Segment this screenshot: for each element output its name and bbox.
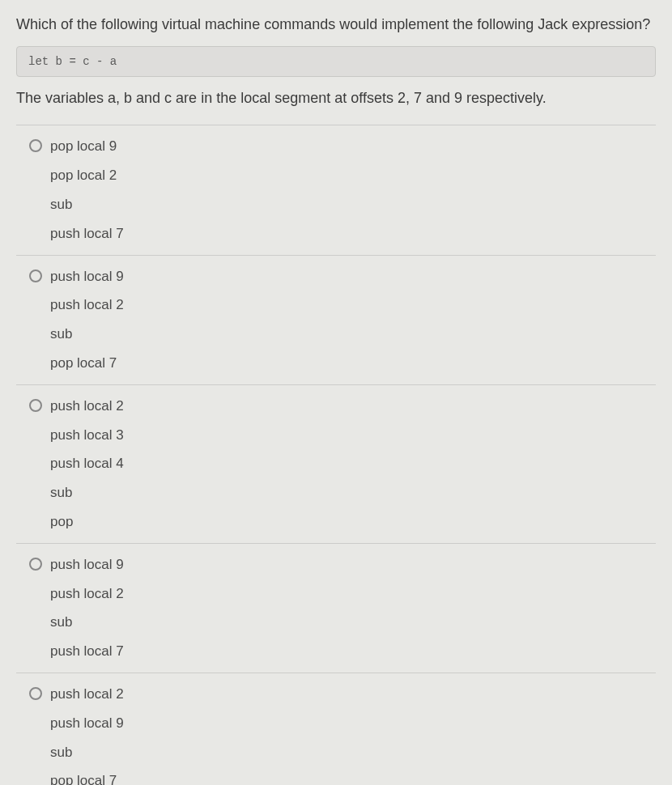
code-line: push local 2 — [50, 685, 124, 709]
radio-icon[interactable] — [29, 399, 42, 412]
code-line: push local 2 — [50, 291, 124, 320]
radio-icon[interactable] — [29, 139, 42, 152]
code-line: sub — [50, 608, 124, 637]
code-line: pop local 7 — [50, 766, 124, 785]
code-line: pop local 2 — [50, 161, 124, 190]
option-3[interactable]: push local 9 push local 2 sub push local… — [16, 544, 656, 673]
option-lines: pop local 9 pop local 2 sub push local 7 — [50, 137, 124, 243]
question-subtext: The variables a, b and c are in the loca… — [16, 88, 656, 108]
option-4[interactable]: push local 2 push local 9 sub pop local … — [16, 673, 656, 785]
radio-icon[interactable] — [29, 269, 42, 282]
options-list: pop local 9 pop local 2 sub push local 7… — [16, 125, 656, 785]
code-line: pop — [50, 507, 124, 532]
option-lines: push local 9 push local 2 sub pop local … — [50, 267, 124, 373]
code-line: sub — [50, 320, 124, 349]
code-block: let b = c - a — [16, 46, 656, 77]
option-2[interactable]: push local 2 push local 3 push local 4 s… — [16, 385, 656, 544]
code-line: sub — [50, 478, 124, 507]
quiz-container: Which of the following virtual machine c… — [0, 0, 672, 785]
code-line: push local 9 — [50, 555, 124, 579]
code-line: pop local 9 — [50, 137, 124, 161]
code-line: push local 4 — [50, 449, 124, 478]
code-line: push local 2 — [50, 579, 124, 609]
option-lines: push local 2 push local 9 sub pop local … — [50, 685, 124, 785]
code-line: push local 2 — [50, 397, 124, 421]
code-line: push local 7 — [50, 219, 124, 244]
code-line: push local 3 — [50, 421, 124, 450]
code-line: sub — [50, 738, 124, 767]
radio-icon[interactable] — [29, 558, 42, 571]
code-line: push local 9 — [50, 709, 124, 738]
question-text: Which of the following virtual machine c… — [16, 15, 656, 35]
code-line: push local 9 — [50, 267, 124, 291]
code-line: sub — [50, 190, 124, 219]
option-0[interactable]: pop local 9 pop local 2 sub push local 7 — [16, 125, 656, 255]
option-lines: push local 2 push local 3 push local 4 s… — [50, 397, 124, 532]
radio-icon[interactable] — [29, 687, 42, 700]
code-line: push local 7 — [50, 637, 124, 661]
option-lines: push local 9 push local 2 sub push local… — [50, 555, 124, 661]
code-line: pop local 7 — [50, 349, 124, 373]
option-1[interactable]: push local 9 push local 2 sub pop local … — [16, 256, 656, 385]
